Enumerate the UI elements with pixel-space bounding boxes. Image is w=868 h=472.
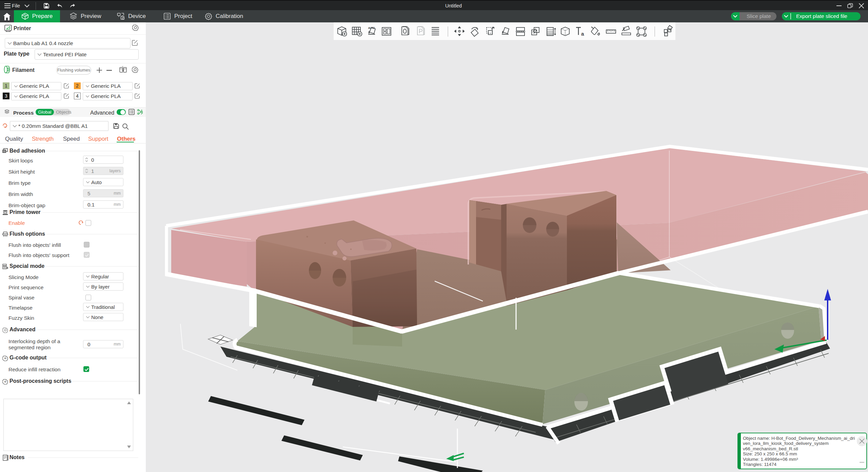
svg-text:G: G bbox=[4, 380, 6, 383]
svg-text:G: G bbox=[4, 357, 6, 360]
